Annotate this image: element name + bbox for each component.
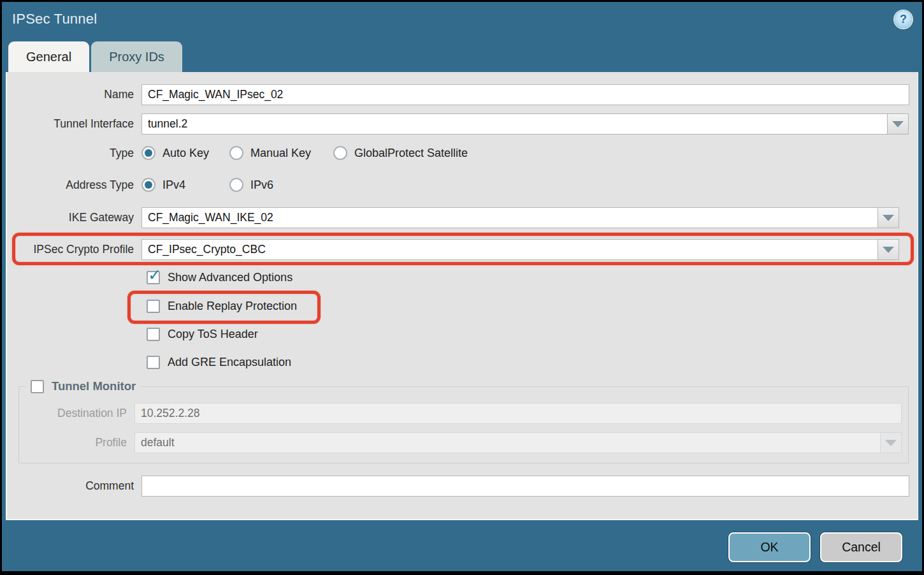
tab-general[interactable]: General	[8, 41, 89, 72]
general-tab-panel: Name Tunnel Interface Type Au	[6, 72, 918, 520]
ike-gateway-input[interactable]	[141, 207, 878, 228]
name-input[interactable]	[141, 84, 909, 105]
profile-row: Profile	[19, 432, 908, 453]
type-label: Type	[7, 147, 141, 160]
type-row: Type Auto Key Manual Key GlobalProtect S…	[7, 146, 918, 160]
help-icon[interactable]: ?	[895, 11, 912, 28]
profile-label: Profile	[19, 436, 134, 449]
name-row: Name	[7, 84, 918, 105]
destination-ip-input	[134, 403, 902, 424]
ipsec-crypto-profile-label: IPSec Crypto Profile	[7, 243, 141, 256]
ipsec-crypto-profile-dropdown-button[interactable]	[878, 239, 899, 260]
comment-input[interactable]	[141, 476, 909, 497]
destination-ip-label: Destination IP	[19, 407, 134, 420]
ipsec-crypto-profile-row: IPSec Crypto Profile	[7, 239, 918, 260]
ike-gateway-dropdown-button[interactable]	[878, 207, 899, 228]
show-advanced-options-checkbox-row[interactable]: ✓ Show Advanced Options	[147, 271, 292, 284]
radio-unselected-icon	[229, 178, 243, 192]
title-bar: IPSec Tunnel ?	[2, 2, 922, 41]
comment-label: Comment	[7, 479, 141, 493]
checkbox-checked[interactable]: ✓	[147, 271, 160, 284]
checkbox-unchecked[interactable]	[147, 356, 160, 369]
ipsec-tunnel-dialog: IPSec Tunnel ? General Proxy IDs Name Tu…	[0, 0, 924, 575]
tunnel-monitor-checkbox[interactable]	[31, 380, 44, 393]
type-radio-group: Auto Key Manual Key GlobalProtect Satell…	[141, 146, 468, 160]
dialog-footer: OK Cancel	[2, 520, 922, 574]
radio-unselected-icon	[333, 146, 347, 160]
radio-unselected-icon	[229, 146, 243, 160]
destination-ip-row: Destination IP	[19, 403, 908, 424]
radio-manual-key[interactable]: Manual Key	[229, 146, 333, 160]
chevron-down-icon	[892, 121, 904, 127]
radio-selected-icon	[141, 178, 155, 192]
radio-ipv6[interactable]: IPv6	[229, 178, 273, 192]
checkmark-icon: ✓	[148, 267, 161, 283]
profile-dropdown-button	[881, 432, 902, 453]
tunnel-interface-dropdown-button[interactable]	[888, 113, 909, 135]
chevron-down-icon	[885, 440, 897, 446]
radio-globalprotect-satellite[interactable]: GlobalProtect Satellite	[333, 146, 468, 160]
checkbox-unchecked[interactable]	[147, 328, 160, 341]
address-type-row: Address Type IPv4 IPv6	[7, 178, 918, 192]
tunnel-monitor-fieldset: Tunnel Monitor Destination IP Profile	[18, 379, 909, 463]
copy-tos-header-checkbox-row[interactable]: Copy ToS Header	[147, 328, 258, 341]
address-type-label: Address Type	[7, 178, 141, 192]
tab-proxy-ids[interactable]: Proxy IDs	[91, 41, 182, 72]
tunnel-interface-label: Tunnel Interface	[7, 117, 141, 131]
ike-gateway-label: IKE Gateway	[7, 211, 141, 224]
radio-auto-key[interactable]: Auto Key	[141, 146, 229, 160]
tunnel-interface-row: Tunnel Interface	[7, 113, 918, 135]
add-gre-encapsulation-checkbox-row[interactable]: Add GRE Encapsulation	[147, 356, 291, 369]
ipsec-crypto-profile-input[interactable]	[141, 239, 878, 260]
chevron-down-icon	[883, 247, 894, 253]
tunnel-interface-input[interactable]	[141, 113, 888, 135]
enable-replay-protection-checkbox-row[interactable]: Enable Replay Protection	[147, 300, 297, 313]
checkbox-unchecked[interactable]	[147, 300, 160, 313]
ike-gateway-row: IKE Gateway	[7, 207, 918, 228]
name-label: Name	[7, 88, 141, 101]
profile-input	[134, 432, 881, 453]
tunnel-monitor-legend: Tunnel Monitor	[26, 379, 140, 393]
comment-row: Comment	[7, 476, 918, 497]
radio-ipv4[interactable]: IPv4	[141, 178, 229, 192]
dialog-title: IPSec Tunnel	[12, 11, 97, 27]
radio-selected-icon	[141, 146, 155, 160]
cancel-button[interactable]: Cancel	[820, 532, 902, 562]
ok-button[interactable]: OK	[728, 532, 811, 562]
chevron-down-icon	[883, 215, 894, 221]
tab-bar: General Proxy IDs	[2, 41, 922, 72]
address-type-radio-group: IPv4 IPv6	[141, 178, 273, 192]
